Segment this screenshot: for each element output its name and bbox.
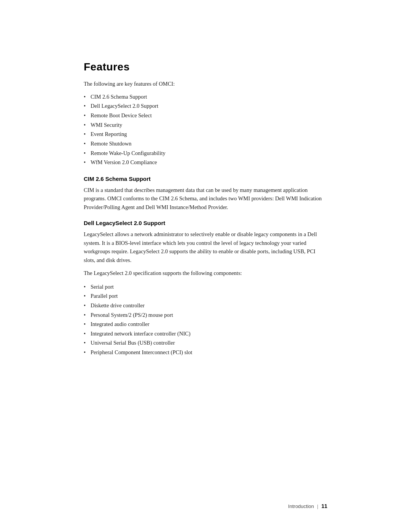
sections-container: CIM 2.6 Schema SupportCIM is a standard … — [84, 176, 327, 357]
footer-separator: | — [317, 503, 318, 509]
intro-paragraph: The following are key features of OMCI: — [84, 80, 327, 88]
list-item: Remote Wake-Up Configurability — [84, 149, 327, 158]
body-paragraph: LegacySelect allows a network administra… — [84, 230, 327, 264]
footer-section-label: Introduction — [288, 503, 314, 509]
section-dell-legacyselect: Dell LegacySelect 2.0 SupportLegacySelec… — [84, 220, 327, 357]
list-item: Event Reporting — [84, 129, 327, 139]
list-item: Personal System/2 (PS/2) mouse port — [84, 310, 327, 320]
list-item: Diskette drive controller — [84, 301, 327, 310]
list-item: WMI Security — [84, 120, 327, 130]
list-item: Serial port — [84, 282, 327, 292]
list-item: Dell LegacySelect 2.0 Support — [84, 101, 327, 111]
footer-page-number: 11 — [321, 503, 327, 509]
section-heading: CIM 2.6 Schema Support — [84, 176, 327, 182]
body-paragraph: CIM is a standard that describes managem… — [84, 186, 327, 211]
section-cim-schema: CIM 2.6 Schema SupportCIM is a standard … — [84, 176, 327, 211]
list-item: Remote Boot Device Select — [84, 111, 327, 120]
section-bullet-list: Serial portParallel portDiskette drive c… — [84, 282, 327, 357]
section-heading: Dell LegacySelect 2.0 Support — [84, 220, 327, 226]
list-item: Integrated audio controller — [84, 320, 327, 329]
page-footer: Introduction | 11 — [288, 503, 327, 509]
page-title: Features — [84, 61, 327, 73]
list-item: WfM Version 2.0 Compliance — [84, 158, 327, 167]
list-item: Universal Serial Bus (USB) controller — [84, 338, 327, 348]
list-item: Remote Shutdown — [84, 139, 327, 149]
list-item: CIM 2.6 Schema Support — [84, 92, 327, 102]
key-features-list: CIM 2.6 Schema SupportDell LegacySelect … — [84, 92, 327, 167]
list-item: Peripheral Component Interconnect (PCI) … — [84, 348, 327, 357]
body-paragraph: The LegacySelect 2.0 specification suppo… — [84, 269, 327, 277]
list-item: Parallel port — [84, 291, 327, 301]
list-item: Integrated network interface controller … — [84, 329, 327, 339]
page-container: Features The following are key features … — [0, 0, 411, 532]
